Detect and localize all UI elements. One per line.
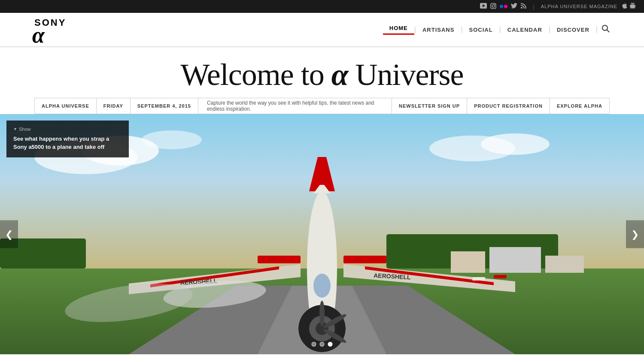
hero-caption-text: See what happens when you strap a Sony a… bbox=[13, 135, 122, 151]
svg-line-16 bbox=[607, 30, 609, 32]
prev-arrow-icon: ❮ bbox=[5, 229, 13, 240]
infobar-description: Capture the world the way you see it wit… bbox=[198, 98, 392, 114]
welcome-heading: Welcome to α Universe bbox=[0, 47, 644, 98]
svg-point-44 bbox=[313, 274, 331, 298]
hero-caption-box: ▼ Show See what happens when you strap a… bbox=[6, 121, 129, 157]
welcome-alpha: α bbox=[331, 57, 355, 92]
alpha-logo: α bbox=[32, 12, 45, 46]
svg-point-21 bbox=[481, 133, 550, 155]
hero-next-button[interactable]: ❯ bbox=[626, 220, 644, 248]
twitter-icon[interactable] bbox=[511, 3, 517, 10]
nav-artisans[interactable]: ARTISANS bbox=[416, 27, 461, 33]
hero-prev-button[interactable]: ❮ bbox=[0, 220, 18, 248]
infobar-product-reg[interactable]: PRODUCT REGISTRATION bbox=[467, 98, 550, 114]
hero-caption-show-label: ▼ Show bbox=[13, 127, 122, 132]
svg-rect-31 bbox=[343, 256, 386, 263]
svg-point-7 bbox=[521, 7, 522, 9]
instagram-icon[interactable] bbox=[490, 3, 496, 10]
hero-dot-1[interactable] bbox=[312, 342, 316, 347]
welcome-suffix: Universe bbox=[355, 57, 464, 92]
top-bar: | ALPHA UNIVERSE MAGAZINE bbox=[0, 0, 644, 13]
hero-dot-3[interactable] bbox=[328, 342, 333, 347]
android-icon[interactable] bbox=[630, 3, 635, 10]
infobar-alpha-universe[interactable]: ALPHA UNIVERSE bbox=[34, 98, 97, 114]
svg-point-15 bbox=[602, 25, 608, 30]
hero-dots bbox=[312, 342, 333, 347]
infobar-explore[interactable]: EXPLORE ALPHA bbox=[550, 98, 610, 114]
svg-rect-52 bbox=[472, 277, 485, 281]
svg-point-6 bbox=[504, 5, 507, 8]
svg-point-4 bbox=[495, 4, 495, 5]
nav-discover[interactable]: DISCOVER bbox=[550, 27, 596, 33]
svg-point-5 bbox=[500, 5, 503, 8]
nav-social[interactable]: SOCIAL bbox=[463, 27, 499, 33]
welcome-prefix: Welcome to bbox=[181, 57, 324, 92]
rss-icon[interactable] bbox=[521, 3, 526, 10]
apple-icon[interactable] bbox=[622, 3, 627, 10]
main-nav: HOME | ARTISANS | SOCIAL | CALENDAR | DI… bbox=[383, 25, 610, 35]
nav-calendar[interactable]: CALENDAR bbox=[501, 27, 549, 33]
svg-point-13 bbox=[632, 4, 632, 5]
svg-point-3 bbox=[492, 5, 495, 7]
infobar-date: SEPTEMBER 4, 2015 bbox=[131, 98, 198, 114]
search-icon[interactable] bbox=[598, 25, 610, 35]
youtube-icon[interactable] bbox=[480, 3, 487, 10]
svg-point-41 bbox=[319, 301, 325, 326]
infobar-day: FRIDAY bbox=[97, 98, 131, 114]
header: SONY α HOME | ARTISANS | SOCIAL | CALEND… bbox=[0, 13, 644, 47]
hero-slideshow: AEROSHELL AEROSHELL ▼ Show See what happ… bbox=[0, 114, 644, 354]
flickr-icon[interactable] bbox=[500, 3, 507, 10]
next-arrow-icon: ❯ bbox=[631, 229, 639, 240]
svg-rect-50 bbox=[489, 247, 541, 273]
svg-rect-49 bbox=[451, 251, 485, 273]
magazine-link[interactable]: ALPHA UNIVERSE MAGAZINE bbox=[541, 4, 617, 9]
svg-rect-30 bbox=[258, 256, 301, 263]
svg-point-22 bbox=[142, 130, 202, 149]
info-bar: ALPHA UNIVERSE FRIDAY SEPTEMBER 4, 2015 … bbox=[34, 98, 610, 114]
svg-point-14 bbox=[633, 4, 634, 5]
nav-home[interactable]: HOME bbox=[383, 25, 414, 35]
infobar-newsletter[interactable]: NEWSLETTER SIGN UP bbox=[392, 98, 467, 114]
separator: | bbox=[533, 3, 534, 10]
social-icons-group bbox=[480, 3, 526, 10]
svg-rect-53 bbox=[494, 275, 507, 278]
svg-rect-51 bbox=[545, 256, 584, 273]
platform-icons-group bbox=[622, 3, 635, 10]
hero-dot-2[interactable] bbox=[320, 342, 325, 347]
